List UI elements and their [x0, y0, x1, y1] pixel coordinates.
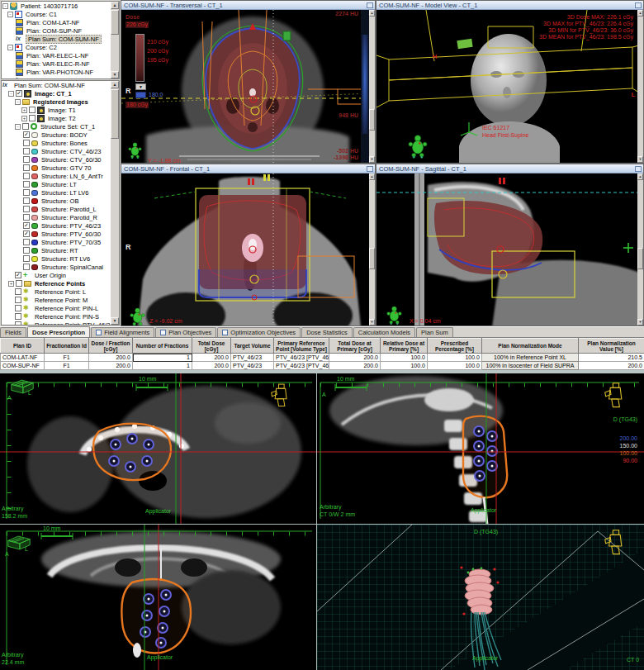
- tree-item[interactable]: -Course: C2: [2, 43, 110, 51]
- tree-item[interactable]: Structure: RT: [2, 246, 110, 254]
- checkbox[interactable]: ✓: [23, 131, 30, 138]
- scrollbar-thumb[interactable]: [637, 248, 643, 269]
- tree-item[interactable]: -Course: C1: [2, 10, 110, 18]
- column-header[interactable]: Fractionation Id: [45, 339, 89, 354]
- cell[interactable]: PTV_46/23: [231, 362, 274, 370]
- scroll-down-icon[interactable]: ▼: [369, 156, 375, 163]
- tree-item[interactable]: +Reference Points: [2, 279, 110, 287]
- tree-item[interactable]: Structure: Bones: [2, 139, 110, 147]
- brachy-axial-lower-viewport[interactable]: 10 mm A L Arbitrary 22.4 mm Applicator: [0, 525, 316, 670]
- checkbox[interactable]: [23, 181, 30, 188]
- tree-item[interactable]: Structure: CTV_46/23: [2, 147, 110, 155]
- tree-item[interactable]: ✱Reference Point: PTV_46/23: [2, 321, 110, 325]
- checkbox[interactable]: ✓: [16, 90, 22, 97]
- checkbox[interactable]: [29, 115, 36, 121]
- cell[interactable]: COM-SUP-NF: [1, 362, 45, 370]
- tree-item[interactable]: Structure: LT LV6: [2, 188, 110, 197]
- column-header[interactable]: Dose / Fraction [cGy]: [89, 339, 133, 354]
- checkbox[interactable]: [23, 255, 30, 262]
- tree-item[interactable]: Plan: VAR-ELEC-L-NF: [2, 51, 110, 59]
- tree-item[interactable]: IxPlan Sum: VAR-PH2-NF: [2, 76, 110, 78]
- tab-plan-sum[interactable]: Plan Sum: [416, 327, 453, 337]
- scroll-down-icon[interactable]: ▼: [111, 317, 119, 325]
- cell[interactable]: 100.0: [381, 362, 428, 370]
- column-header[interactable]: Relative Dose at Primary [%]: [381, 339, 428, 354]
- column-header[interactable]: Target Volume: [231, 339, 274, 354]
- slice-scrollbar[interactable]: ▲ ▼: [369, 173, 375, 325]
- tree-item[interactable]: ✱Reference Point: PIN-L: [2, 304, 110, 312]
- checkbox[interactable]: [23, 148, 30, 154]
- cell[interactable]: 210.5: [579, 354, 644, 362]
- checkbox[interactable]: [23, 206, 30, 212]
- viewport-restore-button[interactable]: [635, 166, 642, 172]
- sagittal-viewport[interactable]: COM-SUM-NF - Sagittal - CT_1: [376, 164, 644, 326]
- tab-dose-prescription[interactable]: Dose Prescription: [27, 326, 90, 337]
- tree-item[interactable]: -Patient: 1403071716: [2, 2, 110, 10]
- tree-item[interactable]: Plan: COM-LAT-NF: [2, 18, 110, 26]
- checkbox[interactable]: ✓: [15, 272, 21, 278]
- cell[interactable]: 200.0: [89, 354, 133, 362]
- scroll-up-icon[interactable]: ▲: [637, 173, 643, 180]
- checkbox[interactable]: [15, 321, 21, 325]
- scroll-down-icon[interactable]: ▼: [111, 71, 119, 78]
- expand-toggle-icon[interactable]: -: [2, 3, 8, 9]
- tree-item[interactable]: ✓Structure: PTV_60/30: [2, 230, 110, 238]
- cell[interactable]: 200.0: [89, 362, 133, 370]
- checkbox[interactable]: [15, 305, 21, 311]
- scroll-up-icon[interactable]: ▲: [637, 10, 643, 17]
- expand-toggle-icon[interactable]: +: [21, 107, 27, 113]
- tree-item[interactable]: Structure: GTV 70: [2, 164, 110, 172]
- scrollbar-thumb[interactable]: [111, 89, 119, 139]
- tab-field-alignments[interactable]: Field Alignments: [91, 327, 154, 337]
- checkbox[interactable]: [15, 297, 21, 303]
- column-header[interactable]: Total Dose at Primary [cGy]: [329, 339, 381, 354]
- expand-toggle-icon[interactable]: -: [15, 99, 21, 105]
- tree-item[interactable]: Plan: VAR-ELEC-R-NF: [2, 59, 110, 68]
- checkbox[interactable]: [23, 173, 30, 179]
- cell[interactable]: 200.0: [329, 354, 381, 362]
- cell[interactable]: PTV_46/23 [PTV_46/23]: [274, 362, 329, 370]
- tree-item[interactable]: ✓Structure: PTV_46/23: [2, 221, 110, 230]
- tree-item[interactable]: ✱Reference Point: PIN-S: [2, 312, 110, 321]
- scroll-up-icon[interactable]: ▲: [369, 173, 375, 180]
- tree-item[interactable]: Structure: SpinalCanal: [2, 263, 110, 271]
- slice-scrollbar[interactable]: ▲ ▼: [637, 173, 643, 325]
- tree-item[interactable]: Structure: OB: [2, 197, 110, 205]
- checkbox[interactable]: ✓: [23, 230, 30, 237]
- viewport-restore-button[interactable]: [635, 2, 642, 8]
- cell[interactable]: F1: [45, 362, 89, 370]
- tab-fields[interactable]: Fields: [0, 327, 26, 337]
- table-row[interactable]: COM-SUP-NFF1200.01200.0PTV_46/23PTV_46/2…: [1, 362, 644, 370]
- tree-item[interactable]: ✓+User Origin: [2, 271, 110, 279]
- expand-toggle-icon[interactable]: -: [7, 45, 13, 50]
- tree-item[interactable]: Structure: LT: [2, 180, 110, 188]
- cell[interactable]: PTV_46/23 [PTV_46/23]: [274, 354, 329, 362]
- column-header[interactable]: Total Dose [cGy]: [192, 339, 231, 354]
- tab-checkbox[interactable]: [160, 330, 166, 335]
- transversal-viewport[interactable]: COM-SUM-NF - Transversal - CT_1: [121, 0, 376, 164]
- tree-item[interactable]: Structure: Parotid_R: [2, 213, 110, 221]
- tree-item[interactable]: Structure: PTV_70/35: [2, 238, 110, 246]
- cell[interactable]: 200.0: [579, 362, 644, 370]
- tree-item[interactable]: Plan: VAR-PHOTON-NF: [2, 68, 110, 76]
- checkbox[interactable]: [23, 164, 30, 171]
- cell[interactable]: F1: [45, 354, 89, 362]
- cell[interactable]: PTV_46/23: [231, 354, 274, 362]
- scrollbar-thumb[interactable]: [369, 109, 375, 131]
- expand-toggle-icon[interactable]: -: [7, 12, 13, 17]
- scroll-up-icon[interactable]: ▲: [111, 2, 119, 9]
- cell[interactable]: 100% in Isocenter of Field SUPRA: [482, 362, 579, 370]
- cell[interactable]: 100% in Reference Point XL: [482, 354, 579, 362]
- column-header[interactable]: Plan ID: [1, 339, 45, 354]
- checkbox[interactable]: [15, 313, 21, 320]
- scroll-up-icon[interactable]: ▲: [369, 10, 375, 17]
- tree-item[interactable]: IxPlan Sum: COM-SUM-NF: [2, 81, 110, 89]
- checkbox[interactable]: [23, 140, 30, 146]
- tab-checkbox[interactable]: [222, 330, 228, 335]
- cell[interactable]: 100.0: [428, 354, 482, 362]
- tree2-scrollbar[interactable]: ▲ ▼: [110, 81, 119, 325]
- tree-item[interactable]: +Image: T1: [2, 106, 110, 114]
- checkbox[interactable]: [29, 107, 36, 113]
- column-header[interactable]: Primary Reference Point [Volume Type]: [274, 339, 329, 354]
- cell[interactable]: 100.0: [428, 362, 482, 370]
